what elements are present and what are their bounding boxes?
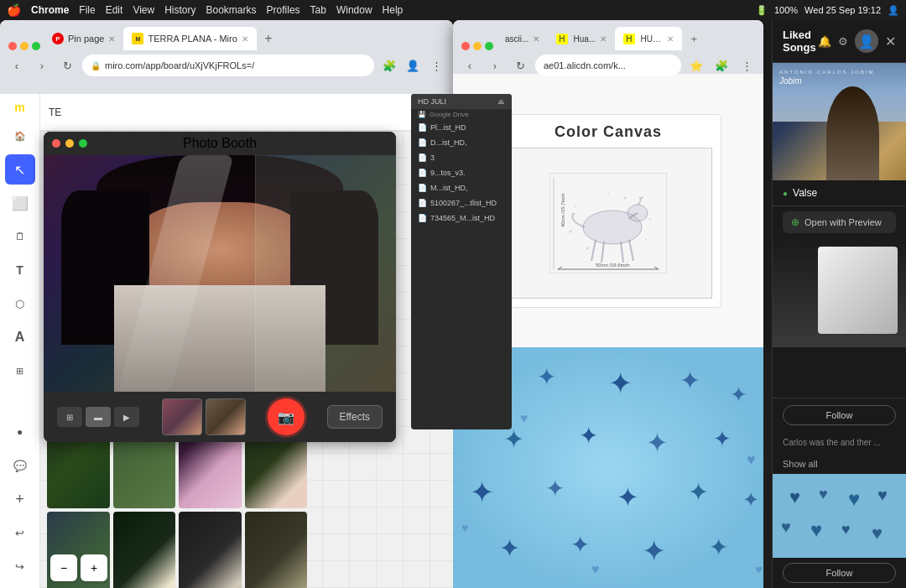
view-btn-single[interactable]: ▬ <box>86 407 111 427</box>
apple-icon[interactable]: 🍎 <box>7 3 21 17</box>
file-item-2[interactable]: 📄 3 <box>411 150 512 165</box>
zoom-out-button[interactable]: − <box>50 554 77 581</box>
miro-tool-shapes[interactable]: ⬡ <box>5 289 35 319</box>
extensions-button[interactable]: 🧩 <box>379 55 399 75</box>
tab-pinterest[interactable]: P Pin page ✕ <box>44 27 123 50</box>
new-tab-button-ali[interactable]: + <box>682 27 706 50</box>
menubar-file[interactable]: File <box>79 4 95 16</box>
menubar-profiles[interactable]: Profiles <box>267 4 300 16</box>
photo-booth-close[interactable] <box>52 139 60 148</box>
svg-text:♥: ♥ <box>747 451 756 468</box>
tab-close-miro[interactable]: ✕ <box>242 34 248 44</box>
tab-miro[interactable]: M TERRA PLANA - Miro ✕ <box>123 27 256 50</box>
back-button-miro[interactable]: ‹ <box>7 55 27 75</box>
extensions-ali[interactable]: 🧩 <box>711 55 732 75</box>
open-preview-button[interactable]: ⊕ Open with Preview <box>783 211 896 233</box>
avatar[interactable]: 👤 <box>855 29 878 53</box>
show-all-button[interactable]: Show all <box>773 454 906 474</box>
file-item-1[interactable]: 📄 D...ist_HD, <box>411 135 512 150</box>
miro-tool-sticky[interactable]: 🗒 <box>5 221 35 252</box>
window-maximize-miro[interactable] <box>32 42 40 50</box>
capture-button[interactable]: 📷 <box>268 398 305 435</box>
miro-tool-text[interactable]: T <box>5 255 35 285</box>
miro-tool-add[interactable]: + <box>5 484 35 514</box>
file-item-4[interactable]: 📄 M...ist_HD, <box>411 180 512 195</box>
file-panel: HD JULI ⏏ 💾 Google Drive 📄 Pl...ist_HD 📄… <box>411 94 512 429</box>
user-icon[interactable]: 👤 <box>888 5 899 16</box>
show-all-label: Show all <box>783 459 818 469</box>
file-item-5[interactable]: 📄 5100267_...tlist_HD <box>411 195 512 211</box>
music-thumb-image: ♥ ♥ ♥ ♥ ♥ ♥ ♥ ♥ <box>773 474 906 558</box>
product-canvas: 40cm /15.7inch 50cm /19.6inch <box>504 148 712 299</box>
back-button-ali[interactable]: ‹ <box>460 55 480 75</box>
file-item-6[interactable]: 📄 734565_M...ist_HD <box>411 211 512 226</box>
menu-button[interactable]: ⋮ <box>426 55 446 75</box>
file-item-0[interactable]: 📄 Pl...ist_HD <box>411 120 512 135</box>
menubar-history[interactable]: History <box>164 4 195 16</box>
music-widget: Liked Songs 🔔 ⚙ 👤 ✕ ANTONIO CARLOS JOBIM… <box>772 20 906 588</box>
refresh-button-ali[interactable]: ↻ <box>510 55 530 75</box>
miro-tool-frame[interactable]: ⬜ <box>5 188 35 218</box>
tab-hua1[interactable]: H Hua... ✕ <box>548 27 615 50</box>
menubar-window[interactable]: Window <box>336 4 372 16</box>
bookmark-button-ali[interactable]: ⭐ <box>686 55 706 75</box>
tab-close-hua2[interactable]: ✕ <box>667 34 674 44</box>
menubar-bookmarks[interactable]: Bookmarks <box>206 4 257 16</box>
miro-tool-comment[interactable]: 💬 <box>5 450 35 481</box>
window-minimize-miro[interactable] <box>20 42 29 50</box>
address-bar-ali[interactable]: ae01.alicdn.com/k... <box>535 55 681 76</box>
music-settings-icon[interactable]: ⚙ <box>838 35 848 48</box>
window-close-ali[interactable] <box>461 42 470 50</box>
window-close-miro[interactable] <box>8 42 17 50</box>
view-btn-grid[interactable]: ⊞ <box>57 407 82 427</box>
music-widget-title: Liked Songs <box>783 29 818 54</box>
svg-text:♥: ♥ <box>819 486 828 502</box>
window-minimize-ali[interactable] <box>473 42 482 50</box>
file-icon: 📄 <box>418 169 427 177</box>
notification-icon[interactable]: 🔔 <box>818 35 831 48</box>
file-panel-title: HD JULI <box>418 97 446 106</box>
photo-booth-main <box>44 155 396 392</box>
photo-booth-window: Photo Booth <box>44 132 396 442</box>
music-thumb-svg: ♥ ♥ ♥ ♥ ♥ ♥ ♥ ♥ <box>773 474 906 558</box>
svg-text:✦: ✦ <box>642 534 666 567</box>
file-panel-eject[interactable]: ⏏ <box>497 97 505 106</box>
menu-button-ali[interactable]: ⋮ <box>737 55 757 75</box>
tab-title-ascii: ascii... <box>505 34 528 44</box>
forward-button-ali[interactable]: › <box>485 55 505 75</box>
refresh-button-miro[interactable]: ↻ <box>57 55 77 75</box>
miro-tool-cursor[interactable]: ↖ <box>5 154 35 185</box>
photo-thumb-1[interactable] <box>162 398 202 435</box>
zoom-in-button[interactable]: + <box>81 554 107 581</box>
file-item-3[interactable]: 📄 9...tos_v3. <box>411 165 512 180</box>
tab-hua2[interactable]: H HUA... ✕ <box>615 27 682 50</box>
photo-thumb-2[interactable] <box>206 398 246 435</box>
follow-button-2[interactable]: Follow <box>783 563 896 583</box>
miro-tool-pen[interactable]: A <box>5 322 35 352</box>
music-close-icon[interactable]: ✕ <box>885 34 896 49</box>
menubar-view[interactable]: View <box>133 4 154 16</box>
effects-button[interactable]: Effects <box>327 405 383 429</box>
view-btn-video[interactable]: ▶ <box>114 407 139 427</box>
photo-booth-maximize[interactable] <box>79 139 87 148</box>
menubar-edit[interactable]: Edit <box>106 4 123 16</box>
tab-close-ascii[interactable]: ✕ <box>533 34 539 44</box>
new-tab-button-miro[interactable]: + <box>257 27 280 50</box>
miro-tool-connect[interactable]: ⊞ <box>5 356 35 386</box>
tab-close-pinterest[interactable]: ✕ <box>108 34 115 44</box>
miro-tool-home[interactable]: 🏠 <box>5 121 35 151</box>
menubar-tab[interactable]: Tab <box>310 4 326 16</box>
miro-tool-redo[interactable]: ↪ <box>5 551 35 581</box>
window-maximize-ali[interactable] <box>485 42 493 50</box>
svg-text:♥: ♥ <box>877 486 888 504</box>
miro-tool-apps[interactable]: ● <box>5 417 35 447</box>
address-bar-miro[interactable]: 🔒 miro.com/app/board/uXjVKjFROLs=/ <box>82 55 374 76</box>
menubar-help[interactable]: Help <box>383 4 404 16</box>
photo-booth-minimize[interactable] <box>65 139 74 148</box>
tab-ascii[interactable]: ascii... ✕ <box>497 27 548 50</box>
tab-close-hua1[interactable]: ✕ <box>600 34 607 44</box>
follow-button-1[interactable]: Follow <box>783 405 896 425</box>
profile-button[interactable]: 👤 <box>403 55 423 75</box>
miro-tool-undo[interactable]: ↩ <box>5 518 35 548</box>
forward-button-miro[interactable]: › <box>32 55 52 75</box>
